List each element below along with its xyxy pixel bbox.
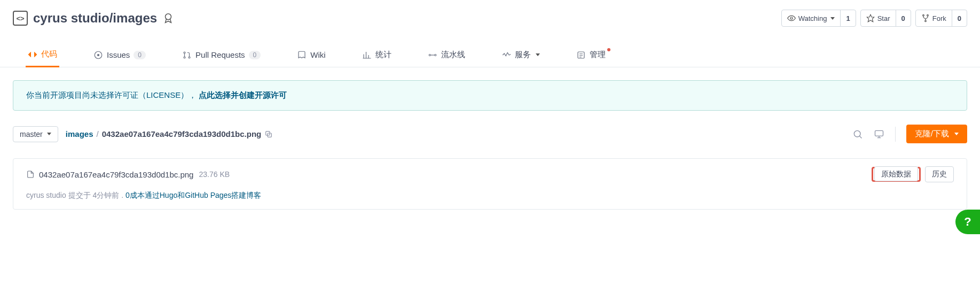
branch-selector[interactable]: master	[13, 126, 58, 142]
chevron-down-icon	[47, 133, 51, 135]
watch-count[interactable]: 1	[840, 10, 855, 26]
raw-data-highlight: 原始数据	[872, 167, 921, 182]
notification-dot-icon	[607, 48, 610, 51]
svg-point-10	[189, 57, 190, 58]
repo-title-group: <> cyrus studio/images	[13, 11, 174, 26]
svg-point-12	[434, 54, 436, 56]
toolbar-right: 克隆/下载	[852, 125, 967, 143]
tab-issues[interactable]: Issues 0	[91, 44, 148, 66]
clone-label: 克隆/下载	[915, 129, 949, 139]
commit-time: 4分钟前	[92, 191, 119, 199]
breadcrumb-root[interactable]: images	[66, 129, 93, 138]
svg-point-8	[184, 52, 185, 53]
history-button[interactable]: 历史	[925, 166, 954, 182]
fork-group: Fork 0	[915, 10, 967, 27]
svg-marker-2	[867, 14, 874, 21]
fork-count[interactable]: 0	[952, 10, 967, 26]
tab-manage[interactable]: 管理	[574, 43, 615, 66]
raw-data-button[interactable]: 原始数据	[874, 166, 918, 181]
watch-button[interactable]: Watching	[782, 10, 841, 26]
breadcrumb-file: 0432ae07a167ea4c79f3cda193d0d1bc.png	[102, 129, 262, 138]
repo-icon: <>	[13, 11, 28, 26]
svg-point-11	[429, 54, 430, 56]
tab-pipelines[interactable]: 流水线	[426, 43, 467, 66]
tab-issues-label: Issues	[107, 50, 130, 59]
eye-icon	[787, 14, 796, 22]
file-header: 0432ae07a167ea4c79f3cda193d0d1bc.png 23.…	[13, 159, 967, 186]
divider	[895, 127, 896, 142]
tab-wiki-label: Wiki	[310, 50, 325, 59]
watch-label: Watching	[798, 14, 827, 22]
commit-verb: 提交于	[68, 191, 91, 199]
commit-dot: .	[121, 191, 123, 199]
tab-code-label: 代码	[41, 49, 57, 59]
clone-download-button[interactable]: 克隆/下载	[906, 125, 967, 143]
tab-stats[interactable]: 统计	[360, 43, 394, 66]
fork-icon	[921, 14, 930, 22]
svg-point-7	[98, 54, 99, 56]
svg-point-3	[922, 14, 924, 16]
svg-rect-17	[875, 130, 883, 136]
file-size: 23.76 KB	[199, 170, 230, 179]
commit-info: cyrus studio 提交于 4分钟前 . 0成本通过Hugo和GitHub…	[13, 186, 967, 209]
tab-code[interactable]: 代码	[26, 43, 59, 67]
tab-pull-requests[interactable]: Pull Requests 0	[180, 44, 263, 66]
star-group: Star 0	[860, 10, 911, 27]
branch-name: master	[20, 130, 43, 138]
content-area: 你当前开源项目尚未选择许可证（LICENSE）， 点此选择并创建开源许可 mas…	[0, 67, 980, 222]
fork-button[interactable]: Fork	[916, 10, 952, 26]
repo-tabs: 代码 Issues 0 Pull Requests 0 Wiki 统计 流水线 …	[0, 43, 980, 67]
breadcrumb: images / 0432ae07a167ea4c79f3cda193d0d1b…	[66, 129, 273, 138]
watch-group: Watching 1	[781, 10, 856, 27]
svg-point-1	[790, 17, 793, 19]
monitor-icon[interactable]	[874, 129, 884, 140]
tab-stats-label: 统计	[375, 50, 391, 60]
license-notice[interactable]: 你当前开源项目尚未选择许可证（LICENSE）， 点此选择并创建开源许可	[13, 80, 967, 111]
file-toolbar: master images / 0432ae07a167ea4c79f3cda1…	[13, 125, 967, 143]
tab-pr-label: Pull Requests	[195, 50, 245, 59]
tab-manage-label: 管理	[590, 50, 606, 60]
chevron-down-icon	[830, 17, 835, 20]
file-icon	[26, 170, 35, 179]
notice-prefix: 你当前开源项目尚未选择许可证（LICENSE），	[26, 90, 197, 99]
star-count[interactable]: 0	[896, 10, 911, 26]
award-icon	[162, 12, 174, 24]
tab-services-label: 服务	[515, 50, 531, 60]
file-name: 0432ae07a167ea4c79f3cda193d0d1bc.png	[39, 170, 193, 179]
svg-point-4	[927, 14, 928, 16]
copy-icon[interactable]	[264, 130, 273, 138]
svg-point-0	[166, 14, 171, 20]
file-panel: 0432ae07a167ea4c79f3cda193d0d1bc.png 23.…	[13, 158, 967, 210]
repo-action-buttons: Watching 1 Star 0 Fork 0	[781, 10, 967, 27]
tab-pr-count: 0	[249, 51, 261, 59]
commit-author[interactable]: cyrus studio	[26, 191, 66, 199]
star-button[interactable]: Star	[861, 10, 896, 26]
notice-action: 点此选择并创建开源许可	[199, 90, 287, 99]
repo-header: <> cyrus studio/images Watching 1 Star 0	[0, 0, 980, 27]
breadcrumb-sep: /	[97, 129, 99, 138]
star-icon	[866, 14, 875, 22]
help-icon: ?	[964, 215, 971, 222]
svg-point-16	[854, 130, 860, 137]
search-icon[interactable]	[852, 129, 863, 140]
chevron-down-icon	[954, 133, 959, 135]
commit-message[interactable]: 0成本通过Hugo和GitHub Pages搭建博客	[126, 191, 261, 199]
chevron-down-icon	[536, 53, 540, 56]
star-label: Star	[877, 14, 890, 22]
svg-point-9	[184, 57, 185, 58]
tab-wiki[interactable]: Wiki	[295, 44, 327, 66]
tab-pipelines-label: 流水线	[441, 50, 465, 60]
repo-full-name[interactable]: cyrus studio/images	[33, 11, 157, 26]
svg-point-5	[924, 20, 926, 22]
tab-services[interactable]: 服务	[499, 43, 542, 66]
tab-issues-count: 0	[134, 51, 146, 59]
file-actions: 原始数据 历史	[872, 166, 954, 182]
fork-label: Fork	[932, 14, 946, 22]
